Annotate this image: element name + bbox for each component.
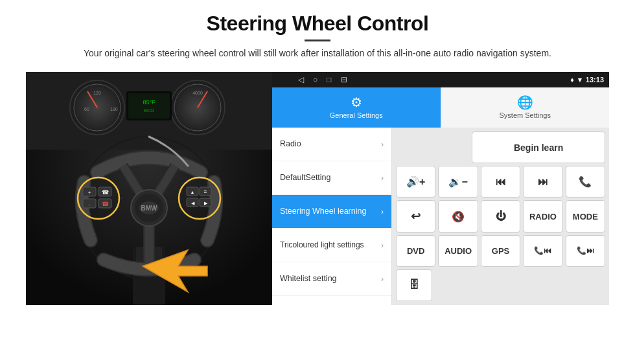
- tab-system-label: System Settings: [500, 111, 551, 119]
- svg-text:☎: ☎: [102, 189, 109, 196]
- svg-text:120: 120: [93, 91, 101, 95]
- mute-icon: 🔇: [452, 210, 465, 223]
- status-bar-left: ◁ ○ □ ⊟: [298, 75, 347, 84]
- title-section: Steering Wheel Control Your original car…: [84, 12, 551, 68]
- gps-button[interactable]: GPS: [481, 235, 520, 267]
- tab-bar: ⚙ General Settings 🌐 System Settings: [272, 87, 609, 128]
- next-track-icon: ⏭: [538, 176, 548, 188]
- page-wrapper: Steering Wheel Control Your original car…: [0, 0, 635, 364]
- svg-text:-: -: [89, 201, 91, 207]
- menu-item-radio[interactable]: Radio ›: [272, 128, 391, 161]
- svg-rect-13: [128, 93, 170, 119]
- controls-panel: Begin learn 🔊+ 🔉− ⏮: [392, 128, 609, 305]
- menu-default-label: DefaultSetting: [280, 172, 331, 183]
- page-title: Steering Wheel Control: [84, 12, 551, 36]
- begin-learn-button[interactable]: Begin learn: [472, 131, 605, 163]
- menu-steering-label: Steering Wheel learning: [280, 206, 366, 216]
- tab-system[interactable]: 🌐 System Settings: [441, 87, 610, 128]
- home-icon[interactable]: ○: [313, 75, 318, 84]
- main-area: Radio › DefaultSetting › Steering Wheel …: [272, 128, 609, 305]
- content-row: 120 60 180 4000 85°F ECO: [26, 72, 609, 305]
- vol-up-button[interactable]: 🔊+: [396, 166, 435, 198]
- gps-label: GPS: [492, 246, 509, 256]
- ctrl-row-0: Begin learn: [396, 131, 605, 163]
- menu-tricoloured-label: Tricoloured light settings: [280, 240, 364, 251]
- audio-label: AUDIO: [444, 246, 472, 256]
- svg-text:85°F: 85°F: [143, 99, 156, 106]
- prev-track-button[interactable]: ⏮: [481, 166, 520, 198]
- steering-wheel-image: 120 60 180 4000 85°F ECO: [26, 72, 272, 305]
- status-bar-right: ♦ ▾ 13:13: [570, 76, 604, 84]
- mode-button[interactable]: MODE: [566, 200, 605, 232]
- menu-item-tricoloured[interactable]: Tricoloured light settings ›: [272, 229, 391, 262]
- dvd-button[interactable]: DVD: [396, 235, 435, 267]
- system-settings-icon: 🌐: [517, 95, 533, 110]
- svg-text:60: 60: [84, 107, 89, 111]
- hang-up-icon: ↩: [411, 209, 421, 223]
- extra-button[interactable]: 🗄: [396, 269, 432, 301]
- chevron-steering: ›: [381, 207, 384, 216]
- svg-text:ECO: ECO: [144, 108, 154, 113]
- dvd-label: DVD: [407, 246, 424, 256]
- subtitle: Your original car's steering wheel contr…: [84, 47, 551, 60]
- svg-text:▲: ▲: [190, 190, 195, 194]
- tel-prev-button[interactable]: 📞⏮: [523, 235, 562, 267]
- tab-general-label: General Settings: [330, 111, 383, 119]
- empty-slot-1: [396, 131, 469, 163]
- svg-text:BMW: BMW: [141, 205, 158, 212]
- tel-next-icon: 📞⏭: [577, 246, 594, 255]
- signal-icon: ▾: [578, 76, 582, 84]
- menu-icon[interactable]: ⊟: [341, 75, 347, 84]
- prev-track-icon: ⏮: [496, 176, 506, 188]
- audio-button[interactable]: AUDIO: [438, 235, 478, 267]
- vol-down-button[interactable]: 🔉−: [438, 166, 478, 198]
- status-bar: ◁ ○ □ ⊟ ♦ ▾ 13:13: [272, 72, 609, 87]
- mute-button[interactable]: 🔇: [438, 200, 478, 232]
- radio-label: RADIO: [529, 212, 557, 222]
- recent-icon[interactable]: □: [327, 75, 331, 84]
- radio-button[interactable]: RADIO: [523, 200, 562, 232]
- back-icon[interactable]: ◁: [298, 75, 304, 84]
- extra-icon: 🗄: [409, 279, 419, 291]
- chevron-whitelist: ›: [381, 275, 384, 284]
- ctrl-row-1: 🔊+ 🔉− ⏮ ⏭ 📞: [396, 166, 605, 198]
- tab-general[interactable]: ⚙ General Settings: [272, 87, 441, 128]
- ctrl-row-4: 🗄: [396, 269, 605, 301]
- hang-up-button[interactable]: ↩: [396, 200, 435, 232]
- chevron-radio: ›: [381, 140, 384, 149]
- menu-whitelist-label: Whitelist setting: [280, 273, 337, 284]
- location-icon: ♦: [570, 76, 574, 84]
- call-button[interactable]: 📞: [566, 166, 605, 198]
- menu-item-steering[interactable]: Steering Wheel learning ›: [272, 195, 391, 229]
- menu-list: Radio › DefaultSetting › Steering Wheel …: [272, 128, 392, 305]
- ctrl-row-3: DVD AUDIO GPS 📞⏮ 📞⏭: [396, 235, 605, 267]
- mode-label: MODE: [573, 212, 598, 222]
- menu-item-whitelist[interactable]: Whitelist setting ›: [272, 262, 391, 296]
- android-ui: ◁ ○ □ ⊟ ♦ ▾ 13:13 ⚙ General Settings: [272, 72, 609, 305]
- chevron-tricoloured: ›: [381, 241, 384, 250]
- title-divider: [305, 40, 330, 41]
- svg-text:4000: 4000: [192, 91, 203, 95]
- menu-radio-label: Radio: [280, 139, 301, 149]
- power-button[interactable]: ⏻: [481, 200, 520, 232]
- menu-item-default[interactable]: DefaultSetting ›: [272, 161, 391, 195]
- general-settings-icon: ⚙: [351, 95, 362, 110]
- svg-text:☎: ☎: [102, 201, 109, 207]
- time-display: 13:13: [586, 76, 604, 84]
- vol-up-icon: 🔊+: [406, 176, 425, 188]
- svg-text:180: 180: [110, 107, 118, 111]
- tel-next-button[interactable]: 📞⏭: [566, 235, 605, 267]
- tel-prev-icon: 📞⏮: [534, 246, 551, 255]
- next-track-button[interactable]: ⏭: [523, 166, 562, 198]
- call-icon: 📞: [579, 176, 592, 188]
- begin-learn-label: Begin learn: [514, 142, 563, 153]
- ctrl-row-2: ↩ 🔇 ⏻ RADIO MODE: [396, 200, 605, 232]
- svg-text:+: +: [88, 190, 91, 196]
- svg-text:≡: ≡: [204, 189, 207, 195]
- power-icon: ⏻: [496, 210, 506, 222]
- vol-down-icon: 🔉−: [448, 176, 467, 188]
- chevron-default: ›: [381, 174, 384, 183]
